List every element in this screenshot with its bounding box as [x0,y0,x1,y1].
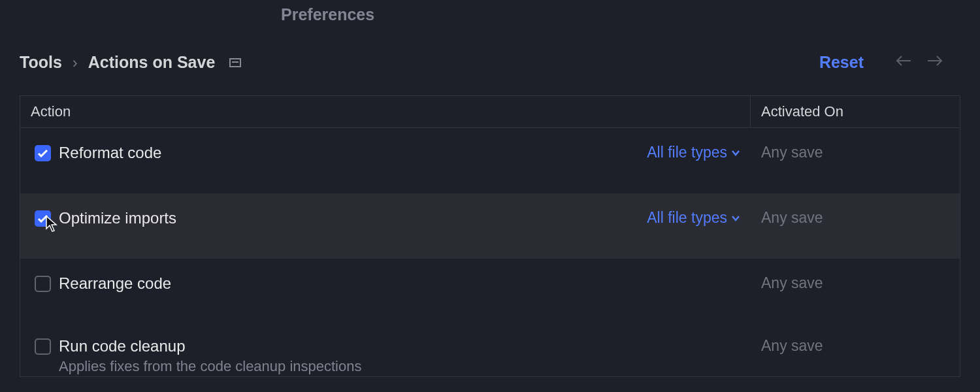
checkbox-rearrange-code[interactable] [35,276,51,292]
settings-page-icon[interactable] [229,58,241,67]
table-header: Action Activated On [20,96,960,128]
actions-table: Action Activated On Reformat code All fi… [20,95,960,377]
action-label: Reformat code [59,144,161,162]
activated-on-label: Any save [761,274,823,291]
checkbox-reformat-code[interactable] [35,145,51,161]
arrow-forward-icon[interactable] [926,54,943,71]
breadcrumb-current: Actions on Save [88,53,216,72]
table-row[interactable]: Reformat code All file types Any save [20,128,960,193]
breadcrumb-parent[interactable]: Tools [20,53,62,72]
column-header-action[interactable]: Action [20,96,751,127]
header: Tools › Actions on Save Reset [0,24,980,86]
activated-on-label: Any save [761,144,823,161]
arrow-back-icon[interactable] [895,54,912,71]
action-label: Run code cleanup [59,337,361,355]
file-type-scope-dropdown[interactable]: All file types [647,144,740,161]
activated-on-label: Any save [761,337,823,354]
checkbox-run-code-cleanup[interactable] [35,338,51,355]
page-title: Preferences [0,0,980,24]
reset-button[interactable]: Reset [819,53,864,72]
breadcrumb: Tools › Actions on Save [20,53,819,72]
table-row[interactable]: Run code cleanup Applies fixes from the … [20,324,960,376]
checkbox-optimize-imports[interactable] [35,210,51,227]
action-label: Rearrange code [59,274,171,293]
column-header-activated[interactable]: Activated On [751,96,960,127]
chevron-down-icon [731,215,740,221]
activated-on-label: Any save [761,209,823,226]
action-description: Applies fixes from the code cleanup insp… [59,358,361,375]
table-row[interactable]: Optimize imports All file types Any save [20,193,960,259]
chevron-down-icon [731,150,740,156]
chevron-right-icon: › [73,54,78,72]
action-label: Optimize imports [59,209,176,227]
file-type-scope-dropdown[interactable]: All file types [647,209,740,227]
table-row[interactable]: Rearrange code Any save [20,259,960,324]
